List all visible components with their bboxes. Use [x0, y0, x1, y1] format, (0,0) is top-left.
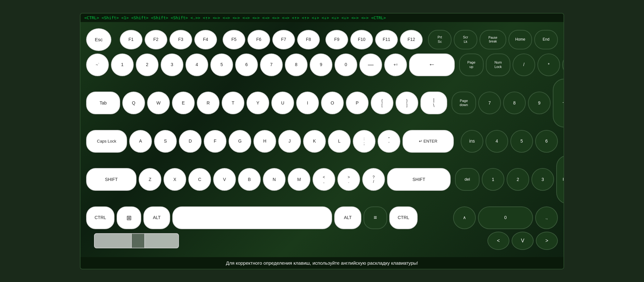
key-h[interactable]: H [253, 130, 276, 153]
key-pause[interactable]: Pausebreak [480, 30, 506, 49]
key-enter[interactable]: ↵ ENTER [402, 130, 454, 153]
key-num-plus[interactable]: + [553, 79, 564, 127]
key-num3[interactable]: 3 [531, 168, 554, 191]
key-ins[interactable]: ins [461, 130, 483, 153]
key-ctrl-left[interactable]: CTRL [86, 206, 114, 229]
key-a[interactable]: A [129, 130, 152, 153]
key-x[interactable]: X [164, 168, 186, 191]
key-r[interactable]: R [197, 92, 219, 114]
key-win[interactable]: ⊞ [117, 206, 141, 229]
key-o[interactable]: O [321, 92, 344, 114]
key-lbracket[interactable]: {[ [371, 92, 393, 114]
key-end[interactable]: End [534, 30, 558, 49]
key-num-star[interactable]: * [537, 54, 560, 76]
key-p[interactable]: P [346, 92, 369, 114]
key-l[interactable]: L [328, 130, 351, 153]
key-del[interactable]: del [455, 168, 480, 191]
key-f12[interactable]: F12 [400, 30, 423, 49]
key-8[interactable]: 8 [285, 54, 308, 76]
key-g[interactable]: G [229, 130, 251, 153]
key-page-down[interactable]: Pagedown [452, 92, 476, 114]
key-v[interactable]: V [213, 168, 236, 191]
key-rbracket[interactable]: }] [396, 92, 418, 114]
key-q[interactable]: Q [122, 92, 145, 114]
key-f[interactable]: F [204, 130, 226, 153]
key-e[interactable]: E [172, 92, 195, 114]
touchpad-left[interactable] [94, 233, 132, 248]
key-6[interactable]: 6 [235, 54, 258, 76]
key-space[interactable] [172, 206, 332, 229]
key-i[interactable]: I [296, 92, 319, 114]
key-backspace[interactable]: ← [409, 54, 455, 76]
key-minus[interactable]: — [359, 54, 382, 76]
key-num8[interactable]: 8 [503, 92, 526, 114]
key-esc[interactable]: Esc [86, 28, 111, 51]
key-scr-lk[interactable]: ScrLk [454, 30, 477, 49]
key-shift-left[interactable]: SHIFT [86, 168, 136, 191]
key-f1[interactable]: F1 [120, 30, 142, 49]
key-caps-lock[interactable]: Caps Lock [86, 130, 127, 153]
key-s[interactable]: S [154, 130, 177, 153]
key-num2[interactable]: 2 [507, 168, 529, 191]
key-caret[interactable]: ∧ [453, 206, 476, 229]
key-semicolon[interactable]: :; [353, 130, 375, 153]
key-prt-sc[interactable]: PrtSc [428, 30, 452, 49]
key-f5[interactable]: F5 [223, 30, 245, 49]
key-k[interactable]: K [303, 130, 326, 153]
key-u[interactable]: U [271, 92, 294, 114]
key-m[interactable]: M [288, 168, 310, 191]
key-home[interactable]: Home [508, 30, 532, 49]
key-y[interactable]: Y [247, 92, 269, 114]
key-d[interactable]: D [179, 130, 202, 153]
key-5[interactable]: 5 [210, 54, 233, 76]
key-tilde[interactable]: ~` [86, 54, 109, 76]
key-lt[interactable]: <, [313, 168, 335, 191]
key-num0[interactable]: 0 [478, 206, 533, 229]
key-z[interactable]: Z [139, 168, 161, 191]
key-num7[interactable]: 7 [478, 92, 501, 114]
key-f6[interactable]: F6 [247, 30, 270, 49]
key-quote[interactable]: "' [378, 130, 400, 153]
key-c[interactable]: C [188, 168, 211, 191]
key-backslash[interactable]: |\ [420, 92, 447, 114]
key-t[interactable]: T [222, 92, 244, 114]
key-alt-right[interactable]: ALT [334, 206, 361, 229]
key-2[interactable]: 2 [136, 54, 158, 76]
key-f7[interactable]: F7 [272, 30, 295, 49]
key-f3[interactable]: F3 [169, 30, 192, 49]
key-f2[interactable]: F2 [145, 30, 167, 49]
key-num9[interactable]: 9 [528, 92, 551, 114]
touchpad-right[interactable] [144, 233, 179, 248]
key-num-minus[interactable]: − [562, 54, 564, 76]
key-num-lock[interactable]: NumLock [486, 54, 510, 76]
key-num-enter[interactable]: Enter [556, 155, 564, 204]
key-9[interactable]: 9 [310, 54, 332, 76]
key-tab[interactable]: Tab [86, 92, 120, 114]
key-num6[interactable]: 6 [535, 130, 558, 153]
key-num4[interactable]: 4 [486, 130, 508, 153]
key-num1[interactable]: 1 [482, 168, 504, 191]
key-b[interactable]: B [238, 168, 261, 191]
key-question[interactable]: ?/ [362, 168, 385, 191]
key-0[interactable]: 0 [335, 54, 357, 76]
key-menu[interactable]: ≡ [364, 206, 387, 229]
key-ctrl-right[interactable]: CTRL [389, 206, 418, 229]
key-num5[interactable]: 5 [510, 130, 533, 153]
key-f9[interactable]: F9 [325, 30, 348, 49]
key-f8[interactable]: F8 [297, 30, 320, 49]
key-n[interactable]: N [263, 168, 286, 191]
key-num-dot[interactable]: ., [535, 206, 558, 229]
key-plus[interactable]: += [384, 54, 407, 76]
key-f4[interactable]: F4 [194, 30, 217, 49]
key-gt[interactable]: >. [337, 168, 360, 191]
key-f10[interactable]: F10 [350, 30, 373, 49]
key-f11[interactable]: F11 [375, 30, 398, 49]
key-7[interactable]: 7 [260, 54, 283, 76]
key-3[interactable]: 3 [161, 54, 183, 76]
key-arrow-left[interactable]: < [487, 232, 509, 250]
key-j[interactable]: J [278, 130, 301, 153]
key-arrow-down[interactable]: V [512, 232, 534, 250]
key-w[interactable]: W [147, 92, 170, 114]
key-page-up[interactable]: Pageup [459, 54, 484, 76]
key-arrow-right[interactable]: > [536, 232, 558, 250]
